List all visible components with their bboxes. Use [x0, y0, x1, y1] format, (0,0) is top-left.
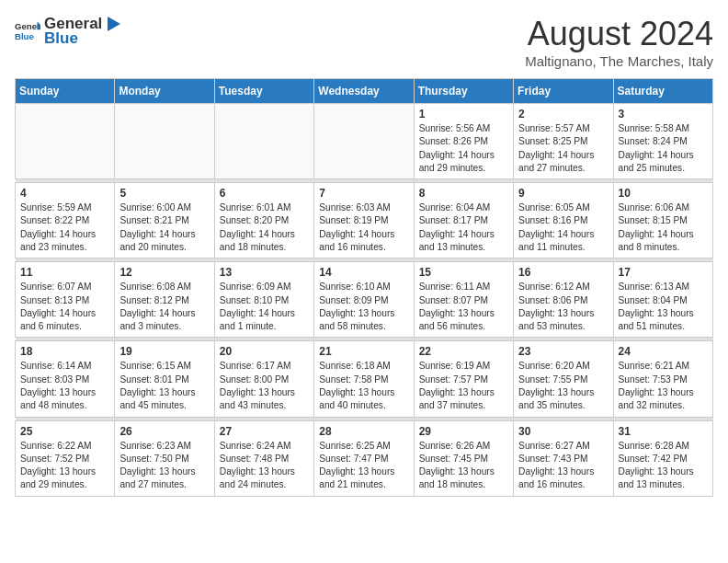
day-number: 30 [518, 425, 608, 438]
day-info: Sunrise: 6:01 AM Sunset: 8:20 PM Dayligh… [220, 201, 309, 254]
day-info: Sunrise: 6:23 AM Sunset: 7:50 PM Dayligh… [119, 440, 209, 492]
day-info: Sunrise: 6:07 AM Sunset: 8:13 PM Dayligh… [20, 281, 109, 333]
day-info: Sunrise: 6:20 AM Sunset: 7:55 PM Dayligh… [518, 360, 608, 412]
day-info: Sunrise: 5:59 AM Sunset: 8:22 PM Dayligh… [20, 201, 109, 254]
day-number: 7 [319, 187, 408, 200]
calendar-cell: 16Sunrise: 6:12 AM Sunset: 8:06 PM Dayli… [514, 262, 613, 338]
day-info: Sunrise: 6:14 AM Sunset: 8:03 PM Dayligh… [20, 360, 109, 412]
day-number: 28 [319, 425, 408, 438]
day-info: Sunrise: 6:15 AM Sunset: 8:01 PM Dayligh… [119, 360, 209, 412]
calendar-cell: 21Sunrise: 6:18 AM Sunset: 7:58 PM Dayli… [314, 341, 414, 417]
day-number: 10 [619, 187, 708, 200]
calendar-week-5: 25Sunrise: 6:22 AM Sunset: 7:52 PM Dayli… [16, 420, 713, 496]
day-info: Sunrise: 5:58 AM Sunset: 8:24 PM Dayligh… [619, 122, 708, 175]
weekday-header-sunday: Sunday [16, 79, 115, 104]
day-number: 25 [20, 425, 109, 438]
calendar-cell: 4Sunrise: 5:59 AM Sunset: 8:22 PM Daylig… [16, 183, 115, 259]
calendar-cell: 14Sunrise: 6:10 AM Sunset: 8:09 PM Dayli… [314, 262, 414, 338]
day-info: Sunrise: 6:25 AM Sunset: 7:47 PM Dayligh… [319, 440, 408, 492]
day-info: Sunrise: 6:04 AM Sunset: 8:17 PM Dayligh… [419, 201, 508, 254]
weekday-header-friday: Friday [514, 79, 613, 104]
weekday-header-thursday: Thursday [414, 79, 513, 104]
svg-text:Blue: Blue [15, 31, 34, 41]
calendar-cell: 29Sunrise: 6:26 AM Sunset: 7:45 PM Dayli… [414, 420, 513, 496]
day-number: 29 [419, 425, 508, 438]
calendar-cell: 20Sunrise: 6:17 AM Sunset: 8:00 PM Dayli… [214, 341, 313, 417]
day-number: 17 [619, 266, 708, 279]
calendar-cell: 27Sunrise: 6:24 AM Sunset: 7:48 PM Dayli… [214, 420, 313, 496]
calendar-cell: 28Sunrise: 6:25 AM Sunset: 7:47 PM Dayli… [314, 420, 414, 496]
day-number: 18 [20, 345, 109, 358]
day-info: Sunrise: 6:06 AM Sunset: 8:15 PM Dayligh… [619, 201, 708, 254]
calendar-cell: 13Sunrise: 6:09 AM Sunset: 8:10 PM Dayli… [214, 262, 313, 338]
day-number: 5 [119, 187, 209, 200]
calendar-cell: 2Sunrise: 5:57 AM Sunset: 8:25 PM Daylig… [514, 104, 613, 179]
calendar-cell: 12Sunrise: 6:08 AM Sunset: 8:12 PM Dayli… [115, 262, 214, 338]
day-number: 21 [319, 345, 408, 358]
day-info: Sunrise: 6:26 AM Sunset: 7:45 PM Dayligh… [419, 440, 508, 492]
svg-marker-3 [108, 17, 120, 31]
day-info: Sunrise: 6:10 AM Sunset: 8:09 PM Dayligh… [319, 281, 408, 333]
calendar-cell: 31Sunrise: 6:28 AM Sunset: 7:42 PM Dayli… [613, 420, 712, 496]
calendar-cell: 25Sunrise: 6:22 AM Sunset: 7:52 PM Dayli… [16, 420, 115, 496]
calendar-cell: 6Sunrise: 6:01 AM Sunset: 8:20 PM Daylig… [214, 183, 313, 259]
calendar-cell: 19Sunrise: 6:15 AM Sunset: 8:01 PM Dayli… [115, 341, 214, 417]
calendar-week-1: 1Sunrise: 5:56 AM Sunset: 8:26 PM Daylig… [16, 104, 713, 179]
day-info: Sunrise: 6:03 AM Sunset: 8:19 PM Dayligh… [319, 201, 408, 254]
calendar-cell: 5Sunrise: 6:00 AM Sunset: 8:21 PM Daylig… [115, 183, 214, 259]
day-info: Sunrise: 6:24 AM Sunset: 7:48 PM Dayligh… [220, 440, 309, 492]
calendar-cell: 7Sunrise: 6:03 AM Sunset: 8:19 PM Daylig… [314, 183, 414, 259]
day-number: 26 [119, 425, 209, 438]
calendar-cell: 24Sunrise: 6:21 AM Sunset: 7:53 PM Dayli… [613, 341, 712, 417]
calendar-cell: 22Sunrise: 6:19 AM Sunset: 7:57 PM Dayli… [414, 341, 513, 417]
day-number: 2 [518, 108, 608, 121]
day-info: Sunrise: 6:09 AM Sunset: 8:10 PM Dayligh… [220, 281, 309, 333]
logo-chevron-icon [104, 17, 120, 31]
calendar-cell [314, 104, 414, 179]
calendar-cell [214, 104, 313, 179]
calendar-cell [16, 104, 115, 179]
day-info: Sunrise: 6:12 AM Sunset: 8:06 PM Dayligh… [518, 281, 608, 333]
weekday-header-tuesday: Tuesday [214, 79, 313, 104]
day-number: 31 [619, 425, 708, 438]
day-number: 4 [20, 187, 109, 200]
day-info: Sunrise: 6:28 AM Sunset: 7:42 PM Dayligh… [619, 440, 708, 492]
day-info: Sunrise: 6:27 AM Sunset: 7:43 PM Dayligh… [518, 440, 608, 492]
day-number: 20 [220, 345, 309, 358]
day-number: 23 [518, 345, 608, 358]
day-info: Sunrise: 6:22 AM Sunset: 7:52 PM Dayligh… [20, 440, 109, 492]
calendar-cell: 10Sunrise: 6:06 AM Sunset: 8:15 PM Dayli… [613, 183, 712, 259]
day-number: 6 [220, 187, 309, 200]
calendar-cell: 30Sunrise: 6:27 AM Sunset: 7:43 PM Dayli… [514, 420, 613, 496]
day-info: Sunrise: 6:05 AM Sunset: 8:16 PM Dayligh… [518, 201, 608, 254]
day-number: 15 [419, 266, 508, 279]
calendar-week-2: 4Sunrise: 5:59 AM Sunset: 8:22 PM Daylig… [16, 183, 713, 259]
day-info: Sunrise: 6:18 AM Sunset: 7:58 PM Dayligh… [319, 360, 408, 412]
day-info: Sunrise: 6:17 AM Sunset: 8:00 PM Dayligh… [220, 360, 309, 412]
day-number: 16 [518, 266, 608, 279]
day-number: 13 [220, 266, 309, 279]
day-number: 24 [619, 345, 708, 358]
weekday-header-wednesday: Wednesday [314, 79, 414, 104]
day-number: 1 [419, 108, 508, 121]
day-info: Sunrise: 6:11 AM Sunset: 8:07 PM Dayligh… [419, 281, 508, 333]
weekday-header-saturday: Saturday [613, 79, 712, 104]
day-info: Sunrise: 6:19 AM Sunset: 7:57 PM Dayligh… [419, 360, 508, 412]
day-info: Sunrise: 5:56 AM Sunset: 8:26 PM Dayligh… [419, 122, 508, 175]
calendar-cell: 23Sunrise: 6:20 AM Sunset: 7:55 PM Dayli… [514, 341, 613, 417]
calendar-week-3: 11Sunrise: 6:07 AM Sunset: 8:13 PM Dayli… [16, 262, 713, 338]
calendar-cell: 17Sunrise: 6:13 AM Sunset: 8:04 PM Dayli… [613, 262, 712, 338]
logo-icon: General Blue [15, 18, 40, 44]
day-number: 8 [419, 187, 508, 200]
calendar-header-row: SundayMondayTuesdayWednesdayThursdayFrid… [16, 79, 713, 104]
calendar-cell: 15Sunrise: 6:11 AM Sunset: 8:07 PM Dayli… [414, 262, 513, 338]
weekday-header-monday: Monday [115, 79, 214, 104]
day-info: Sunrise: 6:00 AM Sunset: 8:21 PM Dayligh… [119, 201, 209, 254]
day-number: 9 [518, 187, 608, 200]
location-subtitle: Maltignano, The Marches, Italy [525, 53, 713, 69]
day-number: 19 [119, 345, 209, 358]
day-info: Sunrise: 6:21 AM Sunset: 7:53 PM Dayligh… [619, 360, 708, 412]
day-number: 12 [119, 266, 209, 279]
day-number: 14 [319, 266, 408, 279]
calendar-cell: 26Sunrise: 6:23 AM Sunset: 7:50 PM Dayli… [115, 420, 214, 496]
